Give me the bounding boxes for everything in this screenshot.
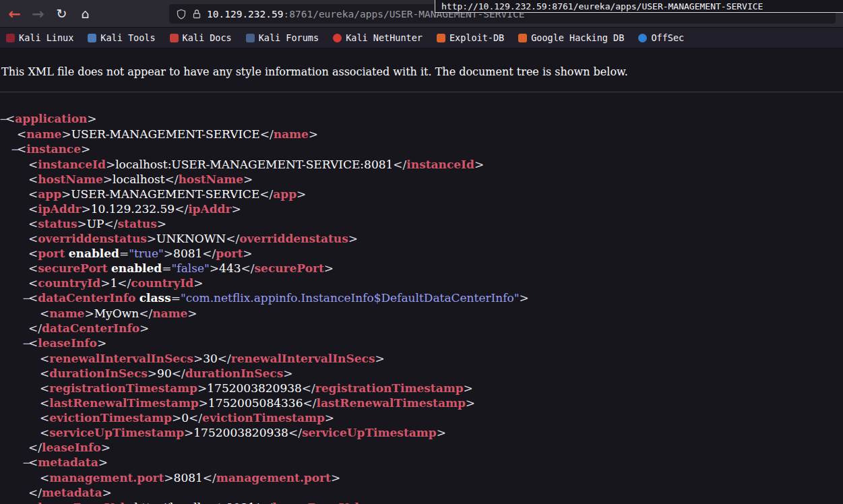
exploit-db-icon	[437, 34, 445, 42]
xml-bracket: <	[28, 217, 38, 230]
xml-tag: application	[15, 112, 87, 125]
xml-bracket: </	[203, 471, 216, 484]
bookmark-item[interactable]: Kali Docs	[170, 32, 232, 43]
kali-docs-icon	[170, 34, 179, 42]
xml-bracket: >	[187, 307, 197, 320]
xml-tag: registrationTimestamp	[49, 381, 197, 395]
xml-bracket: </	[202, 247, 216, 260]
xml-tag: name	[152, 307, 187, 320]
xml-bracket: <	[17, 142, 26, 156]
xml-line: −<dataCenterInfo class="com.netflix.appi…	[0, 290, 843, 306]
xml-bracket: </	[259, 501, 272, 504]
bookmark-item[interactable]: Kali Forums	[246, 32, 319, 43]
xml-bracket: </	[172, 367, 185, 380]
xml-collapse-toggle[interactable]: −	[11, 142, 17, 157]
bookmark-item[interactable]: Kali NetHunter	[333, 32, 423, 43]
xml-tag: dataCenterInfo	[38, 291, 135, 305]
bookmark-item[interactable]: Google Hacking DB	[518, 32, 624, 43]
xml-attr-value: "com.netflix.appinfo.InstanceInfo$Defaul…	[181, 291, 520, 305]
xml-bracket: >	[184, 426, 193, 439]
xml-line: <countryId>1</countryId>	[0, 276, 843, 290]
xml-line: <name>MyOwn</name>	[0, 306, 843, 321]
home-button[interactable]: ⌂	[75, 3, 96, 24]
bookmark-item[interactable]: Kali Tools	[88, 32, 155, 43]
bookmark-item[interactable]: Kali Linux	[6, 32, 73, 43]
xml-tag: leaseInfo	[38, 336, 97, 350]
xml-collapse-toggle[interactable]: −	[22, 336, 28, 351]
xml-bracket: >	[466, 396, 475, 410]
xml-tag: metadata	[42, 486, 102, 499]
bookmark-item[interactable]: Exploit-DB	[437, 32, 504, 43]
xml-collapse-toggle[interactable]: −	[22, 455, 28, 470]
xml-bracket: <	[40, 307, 49, 320]
xml-bracket: >	[172, 411, 181, 424]
xml-tag: hostName	[178, 172, 243, 186]
xml-notice: This XML file does not appear to have an…	[0, 49, 843, 92]
xml-line: <status>UP</status>	[0, 216, 843, 231]
xml-tag: overriddenstatus	[239, 232, 348, 245]
xml-text: localhost:USER-MANAGEMENT-SERVICE:8081	[115, 158, 393, 171]
xml-bracket: >	[101, 441, 111, 454]
xml-collapse-toggle[interactable]: −	[0, 112, 5, 127]
xml-bracket: >	[243, 172, 253, 186]
xml-bracket: >	[193, 276, 203, 290]
xml-bracket: </	[139, 307, 152, 320]
reload-button[interactable]: ↻	[51, 3, 72, 24]
xml-line: <name>USER-MANAGEMENT-SERVICE</name>	[0, 127, 843, 141]
xml-line: <hostName>localhost</hostName>	[0, 172, 843, 187]
xml-bracket: >	[520, 291, 529, 305]
xml-bracket: >	[164, 471, 173, 484]
xml-tag: evictionTimestamp	[202, 411, 325, 424]
xml-tag: name	[26, 127, 61, 141]
xml-line: −<application>	[0, 111, 843, 127]
forward-button[interactable]: →	[28, 3, 49, 24]
xml-tag: leaseInfo	[42, 441, 101, 454]
xml-line: <durationInSecs>90</durationInSecs>	[0, 366, 843, 381]
bookmark-label: OffSec	[651, 32, 684, 43]
xml-line: <homePageUrl>http://localhost:8081/</hom…	[0, 500, 843, 504]
bookmark-item[interactable]: OffSec	[638, 32, 684, 43]
xml-bracket: =	[119, 247, 129, 260]
xml-bracket: <	[17, 127, 26, 141]
xml-attr-value: "true"	[129, 247, 164, 260]
url-popup: http://10.129.232.59:8761/eureka/apps/US…	[435, 0, 843, 13]
xml-bracket: </	[28, 321, 42, 335]
xml-tag: hostName	[38, 172, 102, 186]
kali-linux-icon	[6, 34, 15, 42]
xml-bracket: >	[464, 381, 473, 395]
bookmark-label: Kali Tools	[100, 32, 155, 43]
xml-text: MyOwn	[94, 307, 139, 320]
xml-bracket: </	[165, 172, 179, 186]
xml-bracket: <	[40, 426, 49, 439]
xml-bracket: <	[28, 336, 38, 350]
xml-tag: countryId	[38, 276, 100, 290]
xml-tag: port	[216, 247, 243, 260]
xml-attr-name: enabled	[111, 261, 162, 275]
xml-bracket: >	[199, 396, 208, 410]
bookmarks-bar: Kali LinuxKali ToolsKali DocsKali Forums…	[0, 28, 843, 49]
xml-text: 10.129.232.59	[91, 202, 175, 216]
xml-bracket: >	[197, 381, 207, 395]
xml-tag: instanceId	[38, 158, 106, 171]
xml-bracket: </	[241, 261, 255, 275]
xml-line: <overriddenstatus>UNKNOWN</overriddensta…	[0, 231, 843, 246]
xml-bracket: <	[28, 202, 38, 216]
xml-tag: evictionTimestamp	[49, 411, 172, 424]
back-button[interactable]: ←	[4, 3, 25, 24]
shield-icon[interactable]	[176, 9, 187, 20]
xml-collapse-toggle[interactable]: −	[22, 291, 28, 306]
xml-bracket: </	[302, 381, 315, 395]
xml-bracket: </	[189, 411, 202, 424]
xml-bracket: >	[474, 158, 484, 171]
xml-text: 8081	[173, 247, 202, 260]
xml-tree: −<application><name>USER-MANAGEMENT-SERV…	[0, 111, 843, 504]
xml-bracket: </	[175, 202, 188, 216]
xml-bracket: >	[147, 232, 156, 245]
xml-tag: durationInSecs	[49, 367, 148, 380]
xml-tag: serviceUpTimestamp	[49, 426, 184, 439]
xml-bracket: >	[106, 158, 115, 171]
xml-text: 8081	[174, 471, 203, 484]
lock-icon[interactable]	[192, 9, 201, 20]
xml-bracket: >	[359, 501, 369, 504]
xml-bracket: >	[81, 142, 90, 156]
